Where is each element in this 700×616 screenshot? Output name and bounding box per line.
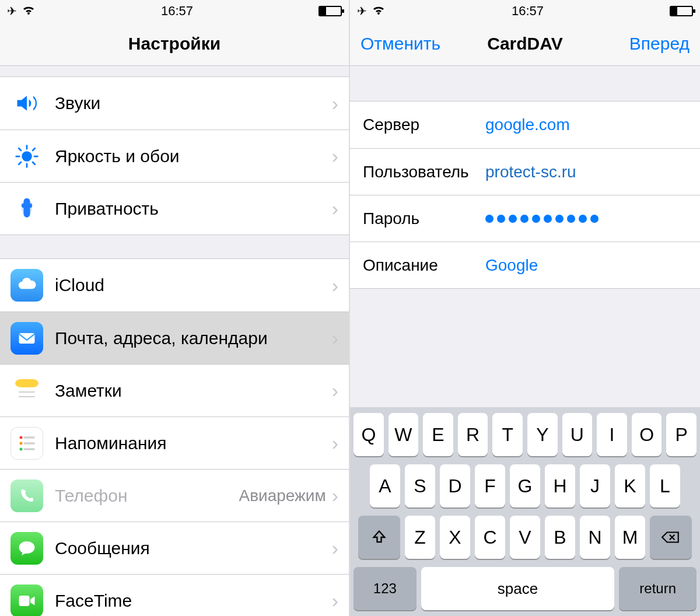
row-label: Заметки <box>55 381 332 401</box>
key-k[interactable]: K <box>615 464 645 508</box>
field-label: Описание <box>363 256 485 275</box>
key-z[interactable]: Z <box>405 516 435 559</box>
status-time: 16:57 <box>161 4 193 19</box>
key-q[interactable]: Q <box>354 413 384 456</box>
user-field[interactable]: Пользователь protect-sc.ru <box>350 148 700 195</box>
svg-rect-11 <box>24 442 34 444</box>
server-field[interactable]: Сервер google.com <box>350 102 700 148</box>
next-button[interactable]: Вперед <box>608 34 690 54</box>
key-w[interactable]: W <box>388 413 419 456</box>
chevron-right-icon: › <box>332 432 338 454</box>
nav-bar: Настройки <box>0 22 349 66</box>
notes-icon <box>10 374 43 407</box>
wifi-icon <box>372 4 386 19</box>
field-value[interactable]: Google <box>485 256 687 275</box>
settings-row-icloud[interactable]: iCloud › <box>0 259 349 312</box>
settings-row-sounds[interactable]: Звуки › <box>0 77 349 130</box>
settings-row-reminders[interactable]: Напоминания › <box>0 416 349 469</box>
field-value[interactable]: google.com <box>485 116 687 134</box>
key-s[interactable]: S <box>405 464 435 508</box>
key-e[interactable]: E <box>423 413 453 456</box>
page-title: CardDAV <box>442 34 608 54</box>
field-label: Сервер <box>363 116 485 134</box>
key-x[interactable]: X <box>440 516 470 559</box>
chevron-right-icon: › <box>332 484 338 507</box>
key-m[interactable]: M <box>615 516 645 559</box>
key-c[interactable]: C <box>475 516 505 559</box>
row-label: Сообщения <box>55 538 332 558</box>
carddav-screen: ✈ 16:57 Отменить CardDAV Вперед Сервер g… <box>350 0 700 616</box>
settings-row-phone[interactable]: Телефон Авиарежим › <box>0 469 349 522</box>
settings-row-privacy[interactable]: Приватность › <box>0 182 349 235</box>
shift-key[interactable] <box>358 516 400 559</box>
key-t[interactable]: T <box>492 413 523 456</box>
settings-row-mail[interactable]: Почта, адреса, календари › <box>0 312 349 364</box>
chevron-right-icon: › <box>332 589 338 612</box>
status-bar: ✈ 16:57 <box>0 0 349 22</box>
icloud-icon <box>10 269 43 302</box>
key-d[interactable]: D <box>440 464 470 508</box>
status-time: 16:57 <box>512 4 544 19</box>
settings-row-brightness[interactable]: Яркость и обои › <box>0 130 349 182</box>
nav-bar: Отменить CardDAV Вперед <box>350 22 700 66</box>
backspace-key[interactable] <box>650 516 692 559</box>
key-y[interactable]: Y <box>527 413 558 456</box>
key-b[interactable]: B <box>545 516 575 559</box>
key-f[interactable]: F <box>475 464 505 508</box>
reminders-icon <box>10 427 43 460</box>
key-i[interactable]: I <box>597 413 627 456</box>
wifi-icon <box>22 4 36 19</box>
airplane-icon: ✈ <box>357 4 367 18</box>
settings-row-messages[interactable]: Сообщения › <box>0 522 349 574</box>
brightness-icon <box>10 140 43 173</box>
row-label: FaceTime <box>55 591 332 611</box>
svg-rect-14 <box>19 596 30 606</box>
key-o[interactable]: O <box>632 413 662 456</box>
chevron-right-icon: › <box>332 537 338 559</box>
messages-icon <box>10 532 43 565</box>
chevron-right-icon: › <box>332 145 338 167</box>
key-h[interactable]: H <box>545 464 575 508</box>
settings-row-facetime[interactable]: FaceTime › <box>0 574 349 616</box>
key-u[interactable]: U <box>562 413 593 456</box>
svg-rect-5 <box>15 379 38 387</box>
svg-point-8 <box>20 436 23 439</box>
status-bar: ✈ 16:57 <box>350 0 700 22</box>
field-value[interactable]: protect-sc.ru <box>485 163 687 181</box>
keyboard: QWERTYUIOP ASDFGHJKL ZXCVBNM 123 space r… <box>350 407 700 616</box>
chevron-right-icon: › <box>332 197 338 220</box>
key-l[interactable]: L <box>650 464 680 508</box>
key-n[interactable]: N <box>580 516 610 559</box>
key-v[interactable]: V <box>510 516 540 559</box>
mail-icon <box>10 322 43 355</box>
row-label: Яркость и обои <box>55 146 332 166</box>
key-r[interactable]: R <box>458 413 488 456</box>
field-label: Пароль <box>363 209 485 228</box>
key-p[interactable]: P <box>666 413 696 456</box>
sound-icon <box>10 87 43 120</box>
key-g[interactable]: G <box>510 464 540 508</box>
settings-row-notes[interactable]: Заметки › <box>0 364 349 416</box>
airplane-icon: ✈ <box>7 4 17 18</box>
mode-key[interactable]: 123 <box>354 567 416 610</box>
space-key[interactable]: space <box>421 567 615 610</box>
row-label: Телефон <box>55 486 239 506</box>
password-field[interactable]: Пароль <box>350 195 700 242</box>
svg-point-0 <box>23 152 32 160</box>
field-value[interactable] <box>485 215 687 223</box>
key-j[interactable]: J <box>580 464 610 508</box>
battery-icon <box>670 6 693 16</box>
cancel-button[interactable]: Отменить <box>360 34 442 54</box>
row-label: Почта, адреса, календари <box>55 328 332 348</box>
chevron-right-icon: › <box>332 327 338 349</box>
svg-rect-13 <box>24 448 34 450</box>
key-a[interactable]: A <box>370 464 400 508</box>
row-value: Авиарежим <box>239 487 326 505</box>
row-label: Приватность <box>55 199 332 219</box>
field-label: Пользователь <box>363 163 485 181</box>
page-title: Настройки <box>92 34 257 54</box>
return-key[interactable]: return <box>619 567 696 610</box>
svg-rect-2 <box>22 203 32 207</box>
row-label: Звуки <box>55 93 332 113</box>
description-field[interactable]: Описание Google <box>350 242 700 288</box>
